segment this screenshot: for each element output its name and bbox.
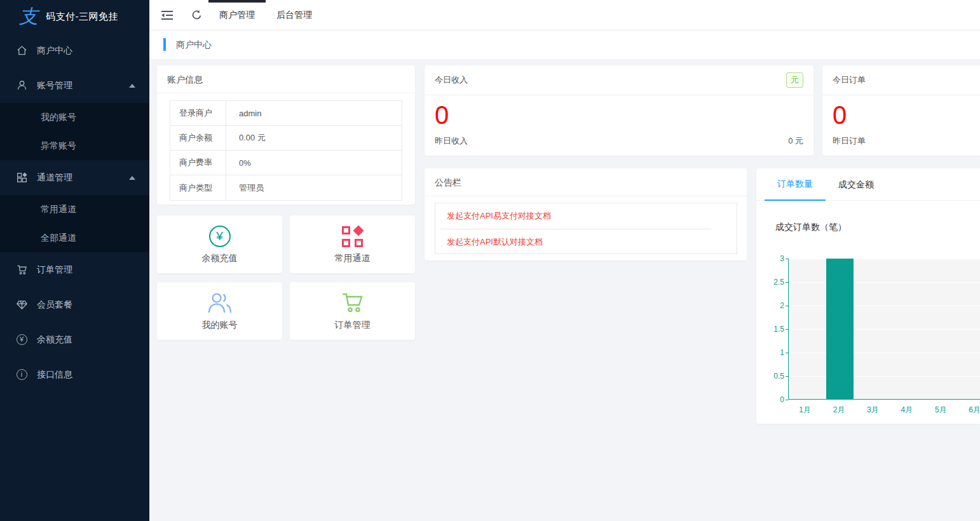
x-tick-label: 6月 [962,405,980,416]
announcement-card-title: 公告栏 [425,168,747,196]
gridline [789,259,980,259]
quick-card-order-mgmt[interactable]: 订单管理 [290,282,415,340]
y-tick-mark [786,259,788,259]
submenu-channel: 常用通道 全部通道 [0,195,149,252]
quick-card-label: 我的账号 [157,320,282,331]
today-income-card: 今日收入 元 0 昨日收入 0 元 [425,65,813,156]
sidebar-item-my-account[interactable]: 我的账号 [0,103,149,132]
announcement-card: 公告栏 发起支付API易支付对接文档 发起支付API默认对接文档 [425,168,747,260]
tab-deal-amount[interactable]: 成交金额 [826,168,887,201]
info-circle-icon: i [15,369,28,381]
yesterday-income-label: 昨日收入 [435,135,468,147]
y-tick-mark [786,329,788,330]
y-tick-label: 1.5 [759,325,784,334]
y-tick-mark [786,376,788,377]
sidebar-item-all-channels[interactable]: 全部通道 [0,224,149,252]
x-tick-label: 1月 [793,405,818,416]
sidebar: 支 码支付-三网免挂 商户中心 账号管理 我的账号 异常账号 通道管理 常用通道… [0,0,149,521]
yuan-circle-icon: ¥ [157,224,282,249]
sidebar-item-balance-recharge[interactable]: ¥ 余额充值 [0,322,149,357]
sidebar-item-account-mgmt[interactable]: 账号管理 [0,68,149,103]
x-tick-label: 4月 [894,405,920,416]
row-value: 0% [226,151,402,175]
quick-card-my-account[interactable]: 我的账号 [157,282,282,340]
gridline [789,306,980,306]
sidebar-item-label: 通道管理 [37,172,72,184]
sidebar-item-label: 商户中心 [37,45,72,57]
quick-card-label: 余额充值 [157,253,282,264]
sidebar-item-label: 余额充值 [37,334,72,346]
sidebar-item-api-info[interactable]: i 接口信息 [0,357,149,392]
today-orders-card: 今日订单 0 昨日订单 [822,65,980,156]
y-tick-mark [786,282,788,283]
sidebar-item-label: 订单管理 [37,264,72,276]
yuan-circle-icon: ¥ [15,334,28,346]
gridline [789,329,980,330]
bar-chart: 00.511.522.531月2月3月4月5月6月 [756,259,980,424]
x-tick-label: 2月 [826,405,852,416]
yesterday-orders-label: 昨日订单 [833,135,866,147]
y-tick-label: 0.5 [759,372,784,381]
quick-card-common-channels[interactable]: 常用通道 [290,215,415,273]
x-tick-label: 3月 [861,405,886,416]
row-value: 0.00 元 [226,126,402,150]
gridline [789,376,980,377]
chevron-up-icon [129,84,135,88]
quick-card-balance-recharge[interactable]: ¥ 余额充值 [157,215,282,273]
collapse-menu-icon[interactable] [154,0,180,30]
chart-plot [788,259,980,400]
gridline [789,282,980,283]
order-cart-icon [290,290,415,316]
tab-backend-mgmt[interactable]: 后台管理 [266,0,323,30]
announcement-list: 发起支付API易支付对接文档 发起支付API默认对接文档 [435,203,737,254]
orders-card-title: 今日订单 [833,74,866,86]
logo-icon: 支 [19,7,38,26]
sidebar-item-member-packages[interactable]: 会员套餐 [0,287,149,322]
user-icon [15,79,28,92]
submenu-account: 我的账号 异常账号 [0,103,149,160]
refresh-icon[interactable] [184,0,209,30]
unit-badge: 元 [786,72,803,88]
y-tick-mark [786,306,788,306]
row-label: 登录商户 [170,101,226,125]
row-value: 管理员 [226,175,402,200]
channel-grid-icon [290,224,415,249]
announcement-link-default-doc[interactable]: 发起支付API默认对接文档 [435,229,737,255]
yesterday-income-value: 0 元 [788,135,803,147]
announcement-link-easypay-doc[interactable]: 发起支付API易支付对接文档 [435,203,737,229]
row-label: 商户费率 [170,151,226,175]
y-tick-mark [786,400,788,400]
diamond-icon [15,299,28,311]
breadcrumb: 商户中心 [149,30,980,59]
x-tick-label: 5月 [928,405,953,416]
table-row: 商户余额 0.00 元 [170,126,402,151]
account-card-title: 账户信息 [157,65,415,93]
chevron-up-icon [129,176,135,180]
tab-merchant-mgmt[interactable]: 商户管理 [208,0,266,30]
y-tick-label: 0 [759,395,784,404]
y-tick-label: 3 [759,254,784,263]
account-info-card: 账户信息 登录商户 admin 商户余额 0.00 元 商户费率 0% 商户类型… [157,65,415,205]
sidebar-item-common-channels[interactable]: 常用通道 [0,195,149,224]
home-icon [15,44,28,57]
today-income-value: 0 [435,102,449,128]
tab-order-count[interactable]: 订单数量 [765,168,826,201]
app-logo: 支 码支付-三网免挂 [0,0,149,33]
row-value: admin [226,101,402,125]
breadcrumb-accent-bar [163,38,166,51]
y-tick-label: 2 [759,301,784,310]
orders-chart-card: 订单数量 成交金额 成交订单数（笔） 00.511.522.531月2月3月4月… [756,168,980,424]
sidebar-item-merchant-center[interactable]: 商户中心 [0,33,149,68]
sidebar-item-label: 接口信息 [37,369,72,381]
sidebar-item-abnormal-account[interactable]: 异常账号 [0,132,149,160]
y-tick-label: 2.5 [759,278,784,287]
income-card-title: 今日收入 [435,74,468,86]
table-row: 登录商户 admin [170,101,402,126]
app-title: 码支付-三网免挂 [46,11,118,23]
y-tick-label: 1 [759,348,784,357]
breadcrumb-label: 商户中心 [176,30,212,59]
grid-icon [15,172,28,184]
sidebar-item-order-mgmt[interactable]: 订单管理 [0,252,149,287]
sidebar-item-channel-mgmt[interactable]: 通道管理 [0,160,149,195]
cart-icon [15,264,28,276]
